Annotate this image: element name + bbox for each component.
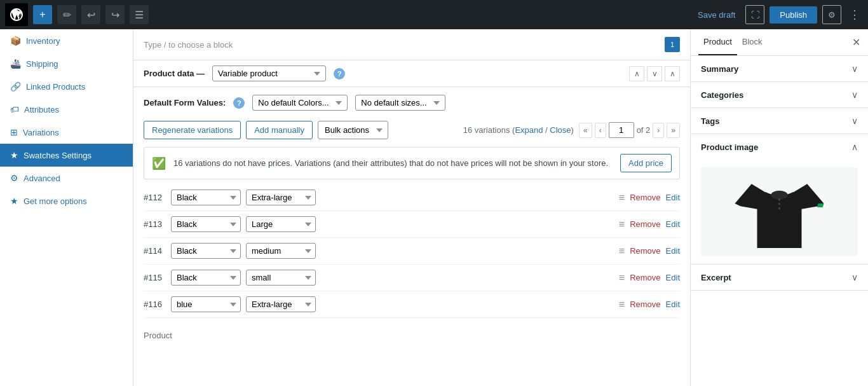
variation-size-select-113[interactable]: Extra-largeLargemediumsmall <box>246 216 316 232</box>
advanced-icon: ⚙ <box>10 173 18 183</box>
settings-button[interactable]: ⚙ <box>822 5 841 24</box>
add-block-button[interactable]: + <box>33 5 52 24</box>
remove-link-115[interactable]: Remove <box>630 273 660 282</box>
tab-product[interactable]: Product <box>698 29 737 55</box>
svg-point-1 <box>771 191 787 200</box>
drag-handle-116[interactable]: ≡ <box>619 299 625 310</box>
type-block-placeholder: Type / to choose a block <box>144 40 233 50</box>
last-page-button[interactable]: » <box>667 123 680 138</box>
warning-text: 16 variations do not have prices. Variat… <box>173 158 613 168</box>
pagination-controls: « ‹ of 2 › » <box>579 122 680 138</box>
panel-categories-title: Categories <box>701 90 851 100</box>
panel-summary-header[interactable]: Summary ∨ <box>691 56 868 81</box>
shipping-icon: 🚢 <box>10 59 21 69</box>
variation-size-select-114[interactable]: Extra-largeLargemediumsmall <box>246 243 316 259</box>
table-row: #114 BlackblueWhite Extra-largeLargemedi… <box>144 238 680 265</box>
variation-id-116: #116 <box>144 300 166 309</box>
variation-color-select-115[interactable]: BlackblueWhite <box>171 270 241 286</box>
panel-product-image-header[interactable]: Product image ∧ <box>691 134 868 160</box>
tab-block[interactable]: Block <box>737 29 768 55</box>
edit-link-113[interactable]: Edit <box>666 219 680 229</box>
first-page-button[interactable]: « <box>579 123 592 138</box>
sizes-select[interactable]: No default sizes... <box>355 95 445 111</box>
drag-handle-114[interactable]: ≡ <box>619 245 625 257</box>
main-layout: 📦 Inventory 🚢 Shipping 🔗 Linked Products… <box>0 29 868 386</box>
sidebar-item-linked-products[interactable]: 🔗 Linked Products <box>0 75 133 98</box>
product-type-select[interactable]: Variable product Simple product Grouped … <box>212 65 326 81</box>
panel-summary: Summary ∨ <box>691 56 868 82</box>
drag-handle-112[interactable]: ≡ <box>619 192 625 203</box>
variation-size-select-115[interactable]: Extra-largeLargemediumsmall <box>246 270 316 286</box>
variation-size-select-112[interactable]: Extra-largeLargemediumsmall <box>246 190 316 205</box>
remove-link-116[interactable]: Remove <box>630 300 660 309</box>
svg-point-3 <box>778 203 781 205</box>
sidebar-item-variations[interactable]: ⊞ Variations <box>0 121 133 144</box>
edit-button[interactable]: ✏ <box>57 5 76 24</box>
expand-button[interactable]: ∨ <box>647 66 662 81</box>
actions-row: Regenerate variations Add manually Bulk … <box>144 121 680 139</box>
remove-link-113[interactable]: Remove <box>630 219 660 229</box>
add-price-button[interactable]: Add price <box>620 154 672 172</box>
redo-button[interactable]: ↪ <box>105 5 125 24</box>
edit-link-114[interactable]: Edit <box>666 246 680 256</box>
sidebar-item-swatches-settings[interactable]: ★ Swatches Settings <box>0 144 133 167</box>
sidebar-item-attributes[interactable]: 🏷 Attributes <box>0 98 133 121</box>
top-toolbar: + ✏ ↩ ↪ ☰ Save draft ⛶ Publish ⚙ ⋮ <box>0 0 868 29</box>
regenerate-variations-button[interactable]: Regenerate variations <box>144 121 241 139</box>
attributes-icon: 🏷 <box>10 104 19 114</box>
save-draft-button[interactable]: Save draft <box>693 10 740 20</box>
excerpt-chevron-icon: ∨ <box>851 272 858 282</box>
colors-select[interactable]: No default Colors... <box>252 95 348 111</box>
product-data-bar: Product data — Variable product Simple p… <box>133 60 690 87</box>
add-manually-button[interactable]: Add manually <box>246 121 313 139</box>
variation-color-select-113[interactable]: BlackblueWhite <box>171 216 241 232</box>
right-sidebar-tabs: Product Block ✕ <box>691 29 868 56</box>
sidebar-item-advanced[interactable]: ⚙ Advanced <box>0 167 133 190</box>
default-form-label: Default Form Values: <box>144 98 226 107</box>
expand-link[interactable]: Expand <box>515 125 543 135</box>
page-number-input[interactable] <box>609 122 634 138</box>
sidebar-item-inventory[interactable]: 📦 Inventory <box>0 29 133 52</box>
panel-tags-header[interactable]: Tags ∨ <box>691 108 868 134</box>
panel-categories-header[interactable]: Categories ∨ <box>691 82 868 107</box>
remove-link-114[interactable]: Remove <box>630 246 660 256</box>
edit-link-115[interactable]: Edit <box>666 273 680 282</box>
variation-color-select-116[interactable]: BlackblueWhite <box>171 296 241 312</box>
product-image-container[interactable] <box>691 160 868 264</box>
close-sidebar-button[interactable]: ✕ <box>852 36 860 48</box>
svg-point-4 <box>778 207 781 210</box>
more-options-button[interactable]: ⋮ <box>846 8 863 22</box>
sidebar-item-get-more-options[interactable]: ★ Get more options <box>0 190 133 212</box>
collapse-button[interactable]: ∧ <box>629 66 644 81</box>
close-link[interactable]: Close <box>550 125 571 135</box>
panel-tags: Tags ∨ <box>691 108 868 134</box>
variation-id-114: #114 <box>144 246 166 256</box>
drag-handle-115[interactable]: ≡ <box>619 272 625 284</box>
toggle-button[interactable]: ∧ <box>665 66 680 81</box>
variation-size-select-116[interactable]: Extra-largeLargemediumsmall <box>246 296 316 312</box>
undo-button[interactable]: ↩ <box>81 5 100 24</box>
panel-excerpt-header[interactable]: Excerpt ∨ <box>691 265 868 290</box>
edit-link-116[interactable]: Edit <box>666 300 680 309</box>
get-more-icon: ★ <box>10 196 18 206</box>
table-row: #116 BlackblueWhite Extra-largeLargemedi… <box>144 291 680 318</box>
bulk-actions-select[interactable]: Bulk actions <box>318 121 388 139</box>
document-overview-button[interactable]: ☰ <box>130 5 149 24</box>
drag-handle-113[interactable]: ≡ <box>619 219 625 230</box>
prev-page-button[interactable]: ‹ <box>595 123 606 138</box>
default-form-help-icon[interactable]: ? <box>233 97 245 109</box>
remove-link-112[interactable]: Remove <box>630 193 660 202</box>
type-block-area: Type / to choose a block 1 <box>133 29 690 60</box>
wp-logo[interactable] <box>5 3 28 26</box>
preview-button[interactable]: ⛶ <box>745 5 764 24</box>
variation-color-select-112[interactable]: BlackblueWhite <box>171 190 241 205</box>
sidebar-item-shipping[interactable]: 🚢 Shipping <box>0 52 133 75</box>
next-page-button[interactable]: › <box>653 123 664 138</box>
variations-count: 16 variations (Expand / Close) <box>463 125 574 135</box>
help-icon[interactable]: ? <box>334 68 345 79</box>
svg-point-2 <box>778 198 781 201</box>
publish-button[interactable]: Publish <box>770 6 817 24</box>
right-sidebar: Product Block ✕ Summary ∨ Categories ∨ T… <box>690 29 868 386</box>
variation-color-select-114[interactable]: BlackblueWhite <box>171 243 241 259</box>
edit-link-112[interactable]: Edit <box>666 193 680 202</box>
